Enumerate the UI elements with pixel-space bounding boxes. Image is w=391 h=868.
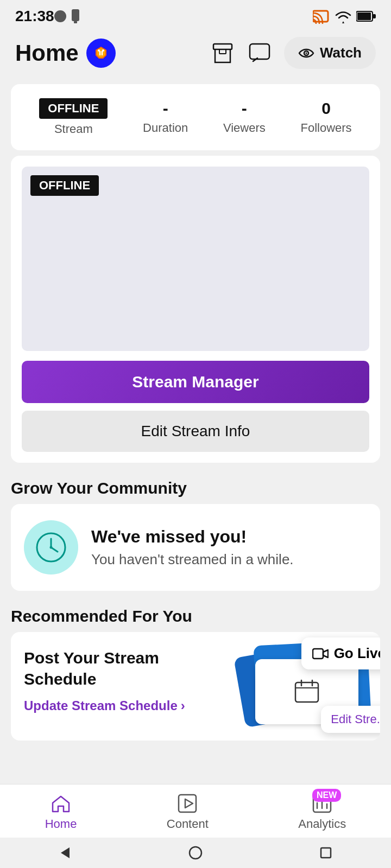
watch-label: Watch [320, 44, 362, 61]
top-nav: Home [0, 30, 391, 79]
alert-icon [72, 9, 81, 23]
app-logo[interactable] [86, 39, 116, 68]
analytics-nav-label: Analytics [298, 817, 346, 831]
status-icons-left [54, 9, 81, 23]
svg-rect-0 [72, 9, 79, 21]
rec-card-visual: Go Live Edit Stre... [228, 632, 380, 741]
home-nav-label: Home [45, 817, 77, 831]
status-bar: 21:38 [0, 0, 391, 30]
status-icons-right [313, 9, 376, 24]
svg-point-17 [50, 546, 53, 549]
duration-label: Duration [143, 121, 188, 135]
eye-icon [298, 47, 314, 59]
go-live-label: Go Live [334, 645, 380, 662]
battery-icon [356, 10, 376, 22]
recents-icon [318, 845, 333, 860]
svg-rect-4 [357, 12, 371, 20]
update-schedule-link[interactable]: Update Stream Schedule › [24, 698, 215, 713]
duration-item: - Duration [143, 99, 188, 135]
edit-stream-info-button[interactable]: Edit Stream Info [22, 411, 369, 452]
svg-rect-31 [321, 848, 331, 858]
watch-button[interactable]: Watch [284, 37, 376, 69]
recommended-card[interactable]: Post Your Stream Schedule Update Stream … [11, 632, 380, 741]
wifi-icon [335, 9, 352, 23]
svg-point-30 [190, 847, 201, 859]
duration-value: - [163, 99, 168, 118]
stream-status-item: OFFLINE Stream [39, 98, 108, 136]
archive-button[interactable] [210, 41, 235, 66]
archive-icon [212, 43, 234, 63]
status-time: 21:38 [15, 8, 54, 25]
stream-label: Stream [54, 122, 93, 136]
analytics-new-badge: NEW [312, 789, 341, 802]
content-nav-icon [177, 793, 198, 814]
cast-icon [313, 9, 330, 24]
followers-item: 0 Followers [300, 99, 351, 135]
stream-manager-button[interactable]: Stream Manager [22, 361, 369, 403]
rec-card-title: Post Your Stream Schedule [24, 647, 215, 690]
calendar-icon [293, 678, 320, 705]
android-home-icon [188, 845, 203, 860]
rec-card-left: Post Your Stream Schedule Update Stream … [11, 632, 228, 741]
chat-icon [249, 43, 270, 63]
go-live-overlay[interactable]: Go Live [301, 637, 380, 669]
android-home-button[interactable] [185, 842, 206, 864]
clock-icon-circle [24, 520, 78, 575]
edit-stre-overlay: Edit Stre... [321, 706, 380, 733]
viewers-label: Viewers [223, 121, 266, 135]
community-card-subtitle: You haven't streamed in a while. [91, 551, 294, 568]
bottom-nav-content[interactable]: Content [167, 793, 209, 831]
bottom-nav-home[interactable]: Home [45, 793, 77, 831]
back-icon [58, 845, 73, 860]
community-card[interactable]: We've missed you! You haven't streamed i… [11, 504, 380, 591]
stats-row: OFFLINE Stream - Duration - Viewers 0 Fo… [22, 98, 369, 136]
stats-card: OFFLINE Stream - Duration - Viewers 0 Fo… [11, 84, 380, 150]
home-nav-icon [51, 793, 71, 814]
community-card-title: We've missed you! [91, 527, 294, 547]
community-section-heading: Grow Your Community [0, 468, 391, 504]
viewers-item: - Viewers [223, 99, 266, 135]
offline-badge: OFFLINE [39, 98, 108, 119]
content-nav-label: Content [167, 817, 209, 831]
status-dot-icon [54, 10, 66, 22]
svg-rect-9 [213, 44, 232, 49]
recommended-section-heading: Recommended For You [0, 596, 391, 632]
android-nav [0, 838, 391, 868]
svg-marker-29 [61, 847, 70, 858]
svg-point-8 [102, 49, 104, 52]
android-back-button[interactable] [54, 842, 76, 864]
svg-rect-22 [313, 649, 323, 659]
svg-marker-24 [185, 799, 193, 808]
svg-rect-5 [373, 14, 376, 18]
logo-icon [91, 43, 111, 63]
svg-point-13 [305, 52, 307, 54]
bottom-nav-analytics[interactable]: NEW Analytics [298, 793, 346, 831]
stream-preview-area: OFFLINE [22, 167, 369, 351]
svg-rect-18 [295, 682, 318, 702]
community-text: We've missed you! You haven't streamed i… [91, 527, 294, 568]
followers-value: 0 [321, 99, 331, 118]
svg-point-7 [98, 49, 100, 52]
chat-button[interactable] [247, 41, 272, 66]
followers-label: Followers [300, 121, 351, 135]
stream-preview-card: OFFLINE Stream Manager Edit Stream Info [11, 156, 380, 463]
preview-offline-badge: OFFLINE [30, 175, 99, 196]
video-camera-icon [312, 647, 329, 660]
clock-icon [35, 531, 67, 564]
bottom-nav: Home Content NEW Analytics [0, 784, 391, 838]
svg-rect-1 [74, 21, 77, 23]
android-recents-button[interactable] [315, 842, 337, 864]
top-nav-left: Home [15, 39, 116, 68]
page-title: Home [15, 40, 79, 66]
viewers-value: - [242, 99, 247, 118]
svg-rect-11 [250, 44, 269, 59]
top-nav-right: Watch [210, 37, 376, 69]
chevron-right-icon: › [181, 698, 185, 713]
